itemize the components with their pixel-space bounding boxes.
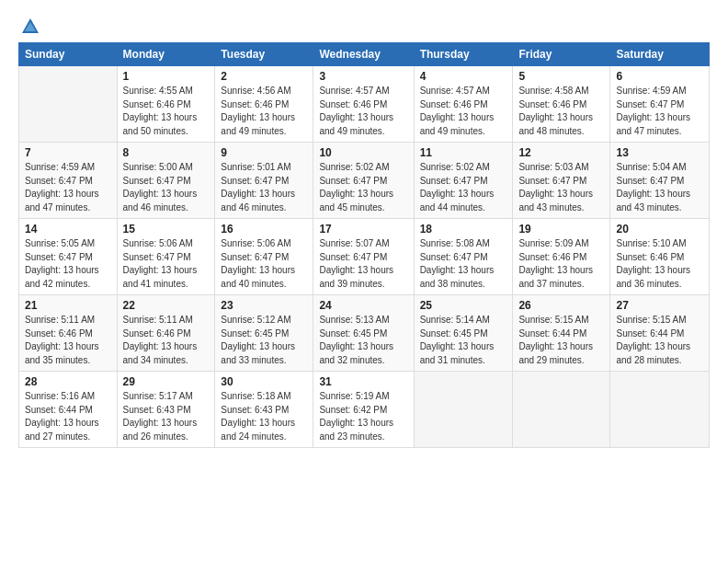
day-number: 20 [616, 223, 703, 236]
week-row-1: 1Sunrise: 4:55 AM Sunset: 6:46 PM Daylig… [19, 66, 710, 143]
week-row-2: 7Sunrise: 4:59 AM Sunset: 6:47 PM Daylig… [19, 143, 710, 219]
day-info: Sunrise: 5:02 AM Sunset: 6:47 PM Dayligh… [319, 161, 407, 214]
day-number: 6 [616, 70, 703, 83]
day-number: 17 [319, 223, 407, 236]
day-info: Sunrise: 5:09 AM Sunset: 6:46 PM Dayligh… [518, 237, 604, 291]
day-info: Sunrise: 4:56 AM Sunset: 6:46 PM Dayligh… [221, 85, 307, 138]
day-number: 26 [518, 299, 604, 312]
day-number: 15 [123, 223, 210, 236]
col-header-monday: Monday [117, 43, 215, 66]
calendar-cell: 31Sunrise: 5:19 AM Sunset: 6:42 PM Dayli… [313, 372, 414, 448]
day-number: 8 [123, 146, 210, 159]
day-number: 1 [123, 70, 210, 83]
day-info: Sunrise: 4:58 AM Sunset: 6:46 PM Dayligh… [518, 85, 604, 138]
day-info: Sunrise: 5:15 AM Sunset: 6:44 PM Dayligh… [518, 314, 604, 367]
day-info: Sunrise: 5:02 AM Sunset: 6:47 PM Dayligh… [420, 161, 507, 214]
calendar-cell [19, 66, 118, 143]
col-header-thursday: Thursday [414, 43, 513, 66]
calendar-cell: 10Sunrise: 5:02 AM Sunset: 6:47 PM Dayli… [313, 143, 414, 219]
col-header-friday: Friday [513, 43, 610, 66]
calendar-cell: 7Sunrise: 4:59 AM Sunset: 6:47 PM Daylig… [19, 143, 118, 219]
calendar-cell: 29Sunrise: 5:17 AM Sunset: 6:43 PM Dayli… [117, 372, 215, 448]
calendar-cell: 24Sunrise: 5:13 AM Sunset: 6:45 PM Dayli… [313, 295, 414, 372]
day-info: Sunrise: 5:08 AM Sunset: 6:47 PM Dayligh… [420, 237, 507, 291]
calendar-cell: 1Sunrise: 4:55 AM Sunset: 6:46 PM Daylig… [117, 66, 215, 143]
day-info: Sunrise: 5:04 AM Sunset: 6:47 PM Dayligh… [616, 161, 703, 214]
calendar-cell: 16Sunrise: 5:06 AM Sunset: 6:47 PM Dayli… [215, 219, 313, 295]
day-number: 31 [319, 375, 407, 388]
calendar-cell: 21Sunrise: 5:11 AM Sunset: 6:46 PM Dayli… [19, 295, 118, 372]
day-number: 29 [123, 375, 210, 388]
calendar-cell: 30Sunrise: 5:18 AM Sunset: 6:43 PM Dayli… [215, 372, 313, 448]
day-number: 28 [25, 375, 111, 388]
day-info: Sunrise: 5:16 AM Sunset: 6:44 PM Dayligh… [25, 390, 111, 443]
col-header-saturday: Saturday [610, 43, 710, 66]
day-number: 4 [420, 70, 507, 83]
day-info: Sunrise: 5:05 AM Sunset: 6:47 PM Dayligh… [25, 237, 111, 291]
logo-icon [20, 17, 40, 37]
day-number: 3 [319, 70, 407, 83]
calendar-cell: 5Sunrise: 4:58 AM Sunset: 6:46 PM Daylig… [513, 66, 610, 143]
calendar-cell: 15Sunrise: 5:06 AM Sunset: 6:47 PM Dayli… [117, 219, 215, 295]
col-header-wednesday: Wednesday [313, 43, 414, 66]
calendar-cell: 25Sunrise: 5:14 AM Sunset: 6:45 PM Dayli… [414, 295, 513, 372]
day-info: Sunrise: 5:18 AM Sunset: 6:43 PM Dayligh… [221, 390, 307, 443]
calendar-cell [610, 372, 710, 448]
calendar-cell: 3Sunrise: 4:57 AM Sunset: 6:46 PM Daylig… [313, 66, 414, 143]
day-info: Sunrise: 5:13 AM Sunset: 6:45 PM Dayligh… [319, 314, 407, 367]
day-info: Sunrise: 5:12 AM Sunset: 6:45 PM Dayligh… [221, 314, 307, 367]
calendar-cell: 9Sunrise: 5:01 AM Sunset: 6:47 PM Daylig… [215, 143, 313, 219]
day-number: 19 [518, 223, 604, 236]
day-info: Sunrise: 5:11 AM Sunset: 6:46 PM Dayligh… [25, 314, 111, 367]
day-info: Sunrise: 5:19 AM Sunset: 6:42 PM Dayligh… [319, 390, 407, 443]
col-header-sunday: Sunday [19, 43, 118, 66]
day-number: 27 [616, 299, 703, 312]
calendar-cell: 6Sunrise: 4:59 AM Sunset: 6:47 PM Daylig… [610, 66, 710, 143]
logo [18, 17, 40, 33]
calendar-cell: 18Sunrise: 5:08 AM Sunset: 6:47 PM Dayli… [414, 219, 513, 295]
day-number: 24 [319, 299, 407, 312]
calendar-cell: 19Sunrise: 5:09 AM Sunset: 6:46 PM Dayli… [513, 219, 610, 295]
day-info: Sunrise: 4:57 AM Sunset: 6:46 PM Dayligh… [420, 85, 507, 138]
day-number: 12 [518, 146, 604, 159]
day-number: 30 [221, 375, 307, 388]
calendar-cell: 17Sunrise: 5:07 AM Sunset: 6:47 PM Dayli… [313, 219, 414, 295]
day-info: Sunrise: 5:06 AM Sunset: 6:47 PM Dayligh… [221, 237, 307, 291]
calendar-cell: 12Sunrise: 5:03 AM Sunset: 6:47 PM Dayli… [513, 143, 610, 219]
day-number: 5 [518, 70, 604, 83]
day-info: Sunrise: 4:59 AM Sunset: 6:47 PM Dayligh… [25, 161, 111, 214]
day-info: Sunrise: 5:00 AM Sunset: 6:47 PM Dayligh… [123, 161, 210, 214]
day-number: 22 [123, 299, 210, 312]
day-number: 16 [221, 223, 307, 236]
day-info: Sunrise: 5:07 AM Sunset: 6:47 PM Dayligh… [319, 237, 407, 291]
calendar-cell: 4Sunrise: 4:57 AM Sunset: 6:46 PM Daylig… [414, 66, 513, 143]
day-info: Sunrise: 4:55 AM Sunset: 6:46 PM Dayligh… [123, 85, 210, 138]
calendar-cell: 2Sunrise: 4:56 AM Sunset: 6:46 PM Daylig… [215, 66, 313, 143]
day-info: Sunrise: 5:03 AM Sunset: 6:47 PM Dayligh… [518, 161, 604, 214]
calendar-cell: 13Sunrise: 5:04 AM Sunset: 6:47 PM Dayli… [610, 143, 710, 219]
week-row-4: 21Sunrise: 5:11 AM Sunset: 6:46 PM Dayli… [19, 295, 710, 372]
header [18, 17, 710, 33]
day-number: 9 [221, 146, 307, 159]
day-info: Sunrise: 5:01 AM Sunset: 6:47 PM Dayligh… [221, 161, 307, 214]
calendar-table: SundayMondayTuesdayWednesdayThursdayFrid… [18, 42, 710, 448]
page: SundayMondayTuesdayWednesdayThursdayFrid… [0, 0, 728, 457]
col-header-tuesday: Tuesday [215, 43, 313, 66]
week-row-5: 28Sunrise: 5:16 AM Sunset: 6:44 PM Dayli… [19, 372, 710, 448]
day-number: 13 [616, 146, 703, 159]
day-info: Sunrise: 5:17 AM Sunset: 6:43 PM Dayligh… [123, 390, 210, 443]
day-number: 10 [319, 146, 407, 159]
day-info: Sunrise: 4:57 AM Sunset: 6:46 PM Dayligh… [319, 85, 407, 138]
calendar-cell [414, 372, 513, 448]
day-number: 25 [420, 299, 507, 312]
week-row-3: 14Sunrise: 5:05 AM Sunset: 6:47 PM Dayli… [19, 219, 710, 295]
day-number: 14 [25, 223, 111, 236]
day-info: Sunrise: 4:59 AM Sunset: 6:47 PM Dayligh… [616, 85, 703, 138]
calendar-cell: 20Sunrise: 5:10 AM Sunset: 6:46 PM Dayli… [610, 219, 710, 295]
calendar-cell: 11Sunrise: 5:02 AM Sunset: 6:47 PM Dayli… [414, 143, 513, 219]
day-number: 18 [420, 223, 507, 236]
calendar-cell: 23Sunrise: 5:12 AM Sunset: 6:45 PM Dayli… [215, 295, 313, 372]
calendar-cell [513, 372, 610, 448]
day-number: 21 [25, 299, 111, 312]
day-info: Sunrise: 5:14 AM Sunset: 6:45 PM Dayligh… [420, 314, 507, 367]
